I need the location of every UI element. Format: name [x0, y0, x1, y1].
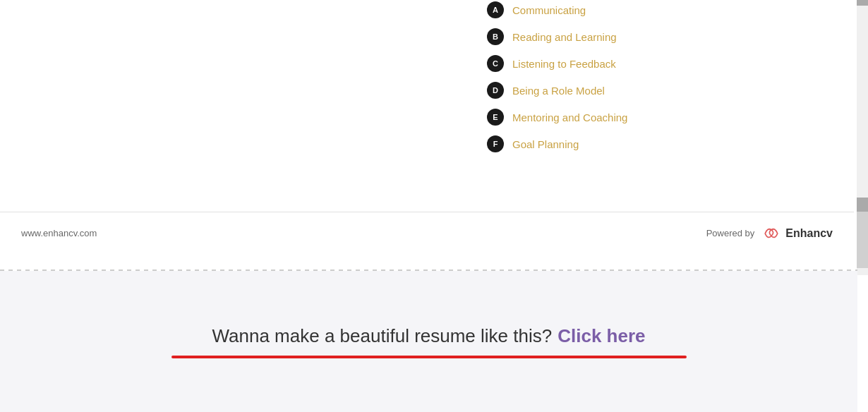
- list-item: CListening to Feedback: [487, 55, 826, 72]
- list-label: Being a Role Model: [512, 85, 605, 97]
- list-item: BReading and Learning: [487, 28, 826, 45]
- list-badge: E: [487, 109, 504, 126]
- powered-by-label: Powered by: [706, 228, 755, 238]
- list-label: Reading and Learning: [512, 31, 617, 43]
- list-badge: D: [487, 82, 504, 99]
- enhancv-brand-name: Enhancv: [785, 227, 833, 240]
- resume-footer: www.enhancv.com Powered by Enhancv: [0, 212, 854, 254]
- list-badge: F: [487, 135, 504, 152]
- banner-link[interactable]: Click here: [557, 325, 645, 347]
- list-item: EMentoring and Coaching: [487, 109, 826, 126]
- list-badge: B: [487, 28, 504, 45]
- list-item: FGoal Planning: [487, 135, 826, 152]
- resume-area: ACommunicatingBReading and LearningCList…: [0, 0, 854, 275]
- scrollbar-thumb-top[interactable]: [857, 0, 868, 6]
- enhancv-logo[interactable]: Enhancv: [761, 224, 833, 243]
- list-badge: A: [487, 1, 504, 18]
- scrollbar-side-thumb[interactable]: [857, 198, 868, 212]
- banner-text: Wanna make a beautiful resume like this?: [212, 325, 552, 347]
- list-item: DBeing a Role Model: [487, 82, 826, 99]
- list-label: Goal Planning: [512, 138, 579, 150]
- bottom-banner: Wanna make a beautiful resume like this?…: [0, 271, 857, 412]
- list-badge: C: [487, 55, 504, 72]
- banner-underline: [171, 356, 687, 358]
- skills-list: ACommunicatingBReading and LearningCList…: [487, 0, 826, 162]
- powered-by-section: Powered by Enhancv: [706, 224, 833, 243]
- enhancv-icon: [761, 224, 781, 243]
- list-label: Communicating: [512, 4, 586, 16]
- website-url: www.enhancv.com: [21, 228, 97, 238]
- list-label: Listening to Feedback: [512, 58, 616, 70]
- list-label: Mentoring and Coaching: [512, 111, 627, 123]
- list-item: ACommunicating: [487, 1, 826, 18]
